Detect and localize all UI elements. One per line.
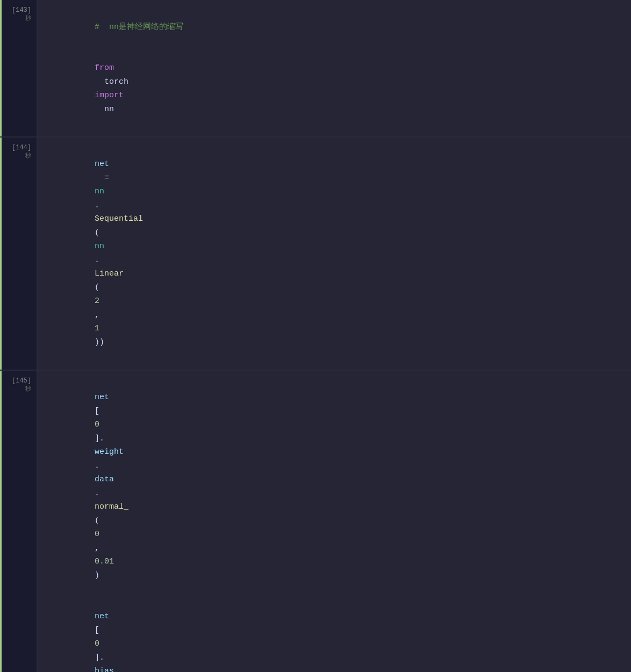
plain: nn [95,105,114,114]
green-bar [0,138,2,370]
cell-145-number: [145] [12,377,33,385]
var: net [95,612,109,621]
cell-145: [145] 秒 net [ 0 ]. weight . data . norma… [0,371,631,673]
plain: [ [95,626,99,635]
num-2: 2 [95,297,99,306]
green-bar [0,371,2,673]
cls-nn: nn [95,187,104,196]
cell-144-content: net = nn . Sequential ( nn . Linear ( 2 … [38,138,631,370]
var: bias [95,667,114,672]
keyword-from: from [95,63,114,73]
plain: . [95,256,99,265]
func: normal_ [95,502,128,511]
plain: ( [95,516,99,525]
num: 0 [95,420,99,429]
cell-143-gutter: [143] 秒 [0,0,38,136]
plain: , [95,544,109,553]
cell-144-gutter: [144] 秒 [0,138,38,370]
plain: )) [95,338,104,347]
plain: ( [95,228,99,237]
num: 0 [95,530,99,539]
code-line: net [ 0 ]. weight . data . normal_ ( 0 ,… [46,377,622,596]
plain: ]. [95,653,104,662]
num-1: 1 [95,324,99,333]
code-line: net = nn . Sequential ( nn . Linear ( 2 … [46,144,622,363]
plain: [ [95,407,99,416]
var-net: net [95,160,109,169]
plain: , [95,310,109,320]
notebook: [143] 秒 # nn是神经网络的缩写 from torch import n… [0,0,631,672]
code-line: net [ 0 ]. bias . data . fill_ ( 0 ) [46,596,622,673]
green-bar [0,0,2,136]
cell-143: [143] 秒 # nn是神经网络的缩写 from torch import n… [0,0,631,138]
cell-145-label: 秒 [25,385,33,393]
plain: ) [95,571,99,580]
var: net [95,393,109,402]
plain: . [95,461,99,471]
cell-144: [144] 秒 net = nn . Sequential ( nn . Lin… [0,138,631,371]
var: weight [95,447,124,457]
plain: ( [95,283,99,292]
plain: torch [95,77,138,86]
cls-nn2: nn [95,242,104,251]
num: 0 [95,639,99,648]
func-sequential: Sequential [95,214,143,223]
cell-145-content: net [ 0 ]. weight . data . normal_ ( 0 ,… [38,371,631,673]
plain: ]. [95,434,104,443]
var: data [95,475,114,484]
plain: = [95,174,119,183]
code-line: from torch import nn [46,48,622,130]
cell-143-number: [143] [12,6,33,14]
func-linear: Linear [95,269,124,278]
comment: # nn是神经网络的缩写 [95,23,183,32]
num: 0.01 [95,557,114,566]
plain: . [95,201,99,210]
cell-145-gutter: [145] 秒 [0,371,38,673]
cell-144-number: [144] [12,144,33,151]
code-line: # nn是神经网络的缩写 [46,6,622,48]
cell-144-label: 秒 [25,151,33,160]
keyword-import: import [95,91,124,100]
cell-143-content: # nn是神经网络的缩写 from torch import nn [38,0,631,136]
plain: . [95,489,99,498]
cell-143-label: 秒 [25,14,33,22]
